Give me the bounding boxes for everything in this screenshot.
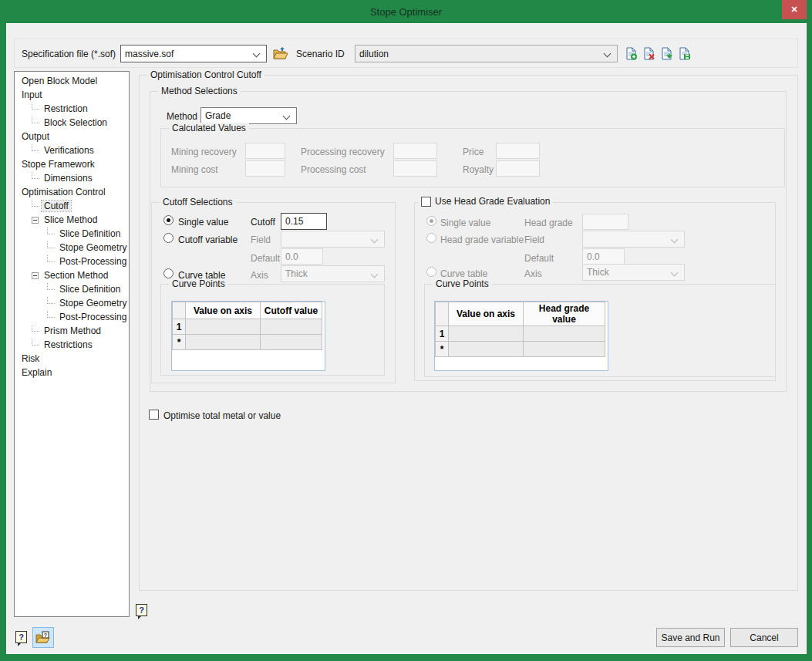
context-help-icon[interactable]: ? [136,604,147,616]
titlebar: Stope Optimiser [0,0,812,23]
tree-item-label: Output [19,131,52,142]
cutoff-curve-points-table: Value on axisCutoff value1* [171,301,325,371]
delete-scenario-icon[interactable] [642,47,655,60]
optimise-total-checkbox[interactable] [149,410,159,420]
grid-cell [261,335,322,350]
optimisation-control-cutoff-title: Optimisation Control Cutoff [147,69,264,80]
tree-item-explain[interactable]: Explain [15,366,129,379]
save-and-run-button[interactable]: Save and Run [656,628,725,647]
tree-item-label: Risk [19,353,42,364]
help-folder-button[interactable]: ? [32,627,54,648]
method-combo[interactable]: Grade [200,107,297,124]
cutoff-variable-radio[interactable] [163,233,174,243]
method-value: Grade [205,110,231,121]
tree-item-label: Slice Definition [57,284,123,295]
cutoff-selections-title: Cutoff Selections [160,197,236,207]
axis-label: Axis [251,270,268,281]
help-folder-icon: ? [35,631,51,644]
tree-connector [32,116,39,123]
optimise-total-label: Optimise total metal or value [163,410,281,421]
hg-field-label: Field [524,234,544,245]
tree-item-restriction[interactable]: Restriction [15,102,129,116]
tree-item-optimisation-control[interactable]: Optimisation Control [15,185,129,199]
chevron-down-icon [671,236,679,244]
scenario-id-combo[interactable]: dilution [355,45,618,62]
tree-item-stope-framework[interactable]: Stope Framework [15,157,129,171]
tree-connector [47,311,55,318]
tree-item-stope-geometry[interactable]: Stope Geometry [15,241,129,255]
hg-variable-radio [426,233,436,243]
tree-item-slice-definition[interactable]: Slice Definition [15,282,129,296]
tree-item-risk[interactable]: Risk [15,352,129,366]
mining-recovery-input [245,143,285,159]
import-scenario-icon[interactable] [660,47,673,60]
tree-item-cutoff[interactable]: Cutoff [15,199,129,213]
tree-connector [47,283,55,290]
tree-collapse-icon[interactable] [32,217,39,224]
tree-connector [47,228,55,234]
window-title: Stope Optimiser [370,6,442,18]
curve-points-grid: Value on axisCutoff value1* [172,302,322,350]
hg-curve-points-title: Curve Points [433,278,492,289]
tree-item-restrictions[interactable]: Restrictions [15,338,129,352]
cancel-button[interactable]: Cancel [730,628,798,647]
tree-item-open-block-model[interactable]: Open Block Model [15,74,129,88]
chevron-down-icon [371,271,379,278]
save-scenario-icon[interactable] [678,47,691,60]
grid-row-header: 1 [173,319,186,335]
open-folder-icon[interactable] [272,46,288,61]
tree-item-label: Cutoff [42,201,71,211]
mining-cost-label: Mining cost [171,164,218,175]
help-icon[interactable]: ? [15,631,27,643]
processing-cost-input [393,160,437,177]
tree-item-slice-method[interactable]: Slice Method [15,213,129,227]
grid-column-header: Value on axis [449,302,524,326]
grid-cell [524,326,605,342]
tree-item-post-processing[interactable]: Post-Processing [15,310,129,324]
hg-field-combo [582,231,685,248]
new-scenario-icon[interactable] [625,47,638,60]
chevron-down-icon [253,50,261,58]
royalty-label: Royalty [463,164,494,175]
tree-collapse-icon[interactable] [32,272,39,279]
tree-item-input[interactable]: Input [15,88,129,102]
tree-item-label: Restriction [42,103,90,114]
stope-optimiser-window: Stope Optimiser ✕ Specification file (*.… [0,0,812,661]
method-label: Method [167,111,197,122]
tree-item-section-method[interactable]: Section Method [15,268,129,282]
tree-item-label: Post-Processing [57,312,129,322]
tree-item-slice-definition[interactable]: Slice Definition [15,227,129,241]
head-grade-label: Head grade [524,218,573,228]
tree-item-label: Block Selection [42,117,110,128]
tree-item-post-processing[interactable]: Post-Processing [15,255,129,268]
mining-cost-input [245,160,285,177]
tree-item-stope-geometry[interactable]: Stope Geometry [15,296,129,310]
hg-single-value-radio-label: Single value [440,218,490,228]
tree-connector [32,172,39,179]
close-button[interactable]: ✕ [782,0,807,19]
single-value-radio[interactable] [163,215,174,225]
tree-item-output[interactable]: Output [15,130,129,143]
scenario-id-label: Scenario ID [296,49,345,59]
tree-item-label: Stope Geometry [57,242,129,253]
use-head-grade-checkbox[interactable] [421,197,431,207]
cutoff-label: Cutoff [251,217,275,228]
tree-item-label: Slice Definition [57,228,123,239]
spec-file-combo[interactable]: massive.sof [120,45,267,62]
processing-cost-label: Processing cost [301,164,366,175]
tree-item-block-selection[interactable]: Block Selection [15,116,129,130]
grid-row-header: * [436,342,449,357]
cutoff-input[interactable]: 0.15 [281,213,327,230]
tree-item-dimensions[interactable]: Dimensions [15,171,129,185]
hg-curve-table-radio-label: Curve table [440,268,487,279]
chevron-down-icon [604,50,612,58]
spec-file-value: massive.sof [125,49,174,59]
svg-text:?: ? [44,632,47,638]
tree-item-prism-method[interactable]: Prism Method [15,324,129,338]
grid-column-header: Value on axis [186,302,261,319]
axis-combo: Thick [281,265,385,282]
hg-single-value-radio [426,216,436,226]
tree-item-verifications[interactable]: Verifications [15,143,129,157]
curve-table-radio[interactable] [163,268,174,278]
chevron-down-icon [671,269,679,277]
